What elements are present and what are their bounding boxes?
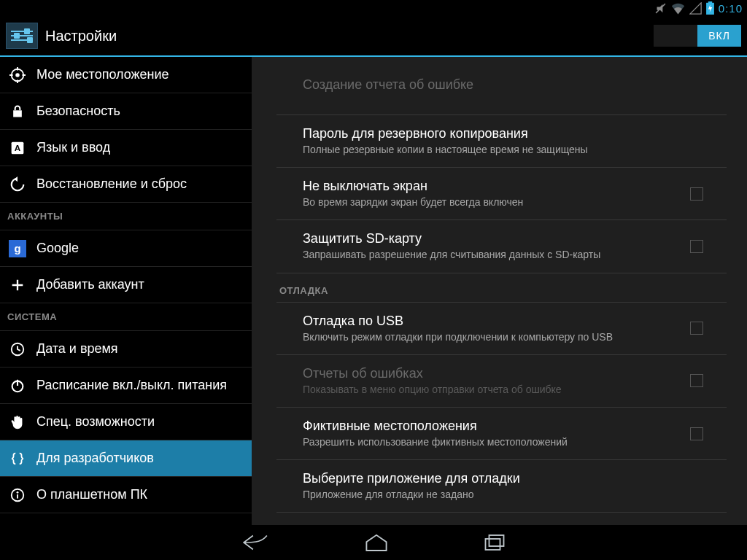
info-icon — [9, 486, 26, 504]
sidebar-item-backup-reset[interactable]: Восстановление и сброс — [0, 166, 252, 203]
back-button[interactable] — [241, 533, 269, 552]
svg-point-4 — [15, 73, 20, 77]
sidebar-item-label: Мое местоположение — [36, 67, 169, 82]
pref-mock-locations[interactable]: Фиктивные местоположения Разрешить испол… — [276, 408, 727, 460]
language-icon: A — [9, 139, 26, 157]
google-icon: g — [9, 240, 26, 257]
sidebar-item-label: Язык и ввод — [36, 140, 110, 155]
sidebar-item-developer-options[interactable]: Для разработчиков — [0, 440, 252, 477]
sidebar-item-label: О планшетном ПК — [36, 487, 147, 502]
checkbox[interactable] — [690, 427, 703, 440]
sidebar-item-label: Добавить аккаунт — [36, 277, 144, 292]
sidebar-item-security[interactable]: Безопасность — [0, 93, 252, 130]
checkbox[interactable] — [690, 240, 703, 253]
sidebar-item-label: Google — [36, 241, 79, 256]
section-header-debug: ОТЛАДКА — [276, 273, 727, 303]
pref-usb-debugging[interactable]: Отладка по USB Включить режим отладки пр… — [276, 303, 727, 355]
restore-icon — [9, 176, 26, 193]
pref-bug-report: Создание отчета об ошибке — [276, 57, 727, 115]
clock-icon — [9, 341, 26, 358]
sidebar-item-power-schedule[interactable]: Расписание вкл./выкл. питания — [0, 368, 252, 404]
pref-stay-awake[interactable]: Не выключать экран Во время зарядки экра… — [276, 168, 727, 220]
plus-icon — [9, 276, 26, 294]
svg-rect-2 — [708, 1, 712, 4]
braces-icon — [9, 450, 26, 467]
svg-text:A: A — [15, 143, 21, 152]
pref-title: Фиктивные местоположения — [303, 419, 667, 434]
pref-title: Пароль для резервного копирования — [303, 126, 667, 141]
pref-summary: Во время зарядки экран будет всегда вклю… — [303, 195, 667, 209]
sidebar-item-google-account[interactable]: g Google — [0, 230, 252, 267]
sidebar-item-label: Спец. возможности — [36, 414, 155, 429]
settings-sidebar: Мое местоположение Безопасность A Язык и… — [0, 57, 252, 525]
sidebar-item-label: Расписание вкл./выкл. питания — [36, 378, 227, 393]
pref-title: Не выключать экран — [303, 179, 667, 194]
pref-summary: Запрашивать разрешение для считывания да… — [303, 248, 667, 261]
pref-title: Подождите, пока подключится отладчик — [303, 524, 667, 525]
action-bar: Настройки ВКЛ — [0, 16, 747, 57]
sidebar-section-accounts: АККАУНТЫ — [0, 203, 252, 230]
pref-summary: Включить режим отладки при подключении к… — [303, 330, 667, 343]
svg-rect-12 — [17, 494, 18, 499]
pref-title: Отладка по USB — [303, 314, 667, 329]
page-title: Настройки — [45, 28, 117, 44]
hand-icon — [9, 413, 26, 431]
wifi-icon — [671, 2, 685, 15]
pref-summary: Показывать в меню опцию отправки отчета … — [303, 383, 667, 396]
pref-bug-report-shortcut: Отчеты об ошибках Показывать в меню опци… — [276, 355, 727, 408]
sidebar-item-label: Для разработчиков — [36, 451, 154, 466]
pref-wait-for-debugger: Подождите, пока подключится отладчик При… — [276, 513, 727, 525]
pref-select-debug-app[interactable]: Выберите приложение для отладки Приложен… — [276, 460, 727, 513]
navigation-bar — [0, 525, 747, 560]
pref-backup-password[interactable]: Пароль для резервного копирования Полные… — [276, 115, 727, 168]
sidebar-item-add-account[interactable]: Добавить аккаунт — [0, 267, 252, 303]
pref-summary: Полные резервные копии в настоящее время… — [303, 143, 667, 156]
status-clock: 0:10 — [719, 2, 743, 15]
location-icon — [9, 66, 26, 84]
lock-icon — [9, 103, 26, 120]
recents-button[interactable] — [484, 533, 506, 552]
detail-pane[interactable]: Создание отчета об ошибке Пароль для рез… — [252, 57, 747, 525]
checkbox[interactable] — [690, 187, 703, 201]
pref-title: Отчеты об ошибках — [303, 366, 667, 381]
sidebar-item-label: Дата и время — [36, 341, 118, 357]
sidebar-item-label: Безопасность — [36, 104, 120, 119]
home-button[interactable] — [364, 533, 389, 552]
pref-protect-sd[interactable]: Защитить SD-карту Запрашивать разрешение… — [276, 220, 727, 273]
sidebar-item-accessibility[interactable]: Спец. возможности — [0, 404, 252, 440]
sidebar-item-language[interactable]: A Язык и ввод — [0, 130, 252, 166]
sidebar-item-date-time[interactable]: Дата и время — [0, 331, 252, 368]
sidebar-item-about-tablet[interactable]: О планшетном ПК — [0, 477, 252, 513]
battery-charging-icon — [706, 1, 714, 15]
mute-icon — [654, 2, 667, 15]
pref-title: Выберите приложение для отладки — [303, 471, 667, 486]
toggle-on-label: ВКЛ — [697, 25, 741, 47]
sidebar-item-location[interactable]: Мое местоположение — [0, 57, 252, 93]
settings-app-icon — [6, 23, 38, 49]
svg-rect-5 — [13, 110, 22, 117]
pref-summary: Приложение для отладки не задано — [303, 488, 667, 501]
svg-rect-13 — [486, 539, 500, 550]
checkbox — [690, 374, 703, 387]
status-bar: 0:10 — [0, 0, 747, 16]
signal-icon — [689, 2, 702, 15]
pref-summary: Разрешить использование фиктивных местоп… — [303, 435, 667, 448]
power-icon — [9, 377, 26, 394]
svg-point-11 — [17, 491, 19, 493]
sidebar-section-system: СИСТЕМА — [0, 303, 252, 331]
pref-title: Защитить SD-карту — [303, 231, 667, 246]
svg-rect-14 — [489, 535, 504, 546]
sidebar-item-label: Восстановление и сброс — [36, 176, 187, 192]
developer-options-toggle[interactable]: ВКЛ — [654, 25, 741, 47]
pref-title: Создание отчета об ошибке — [303, 77, 667, 93]
checkbox[interactable] — [690, 322, 703, 335]
